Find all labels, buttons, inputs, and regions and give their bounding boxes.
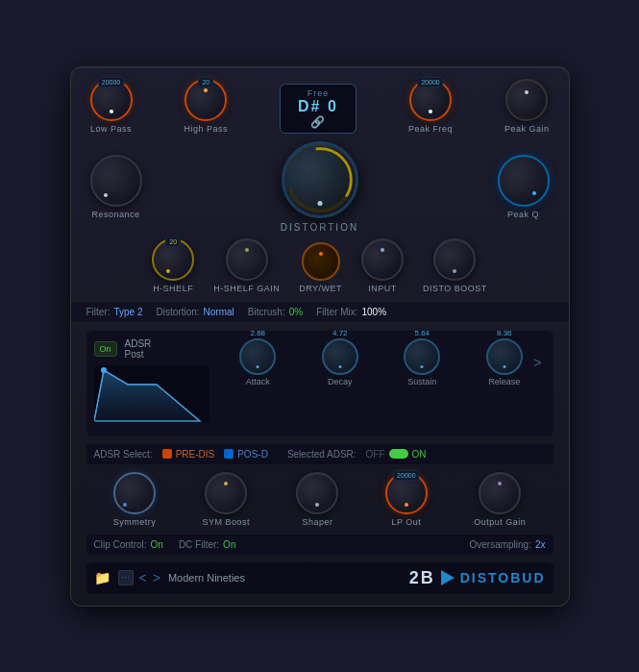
pos-d-toggle[interactable]: POS-D	[224, 449, 268, 460]
disto-boost-knob[interactable]	[433, 238, 476, 281]
adsr-off-label: OFF	[366, 449, 385, 460]
oversampling-val[interactable]: 2x	[535, 539, 546, 550]
dist-knob-row: 20 H-SHELF H-SHELF GAIN DRY/WET INPUT	[86, 238, 553, 293]
low-pass-group: 20000 Low Pass	[90, 79, 133, 134]
h-shelf-gain-label: H-SHELF GAIN	[213, 284, 280, 293]
decay-knob[interactable]: 4.72	[322, 338, 358, 375]
adsr-on-label: ON	[412, 449, 427, 460]
filter-type-item: Filter: Type 2	[86, 307, 143, 317]
grid-icon[interactable]: ⋯	[118, 570, 134, 585]
note-display: Free D# 0 🔗	[280, 84, 356, 134]
release-knob[interactable]: 8.36	[486, 338, 523, 375]
lp-out-group: 20000 LP Out	[385, 472, 428, 527]
distortion-val[interactable]: Normal	[204, 307, 234, 317]
attack-label: Attack	[246, 377, 270, 386]
peak-q-knob[interactable]	[498, 155, 550, 207]
footer: 📁 ⋯ < > Modern Nineties 2B DISTOBUD	[86, 562, 553, 594]
next-icon[interactable]: >	[153, 570, 160, 585]
bitcrush-val[interactable]: 0%	[289, 307, 303, 317]
clip-control-item: Clip Control: On	[94, 539, 163, 550]
sustain-label: Sustain	[407, 377, 436, 386]
lp-out-knob[interactable]: 20000	[385, 472, 428, 514]
filter-mix-val[interactable]: 100%	[361, 307, 386, 317]
peak-freq-knob[interactable]: 20000	[409, 79, 452, 121]
shaper-knob[interactable]	[296, 472, 338, 514]
folder-icon[interactable]: 📁	[94, 570, 111, 585]
h-shelf-label: H-SHELF	[153, 284, 193, 293]
peak-freq-label: Peak Freq	[408, 124, 453, 134]
adsr-on-button[interactable]: On	[94, 341, 117, 357]
adsr-knob-row: 2.68 Attack 4.72 Decay	[217, 338, 546, 386]
h-shelf-gain-group: H-SHELF GAIN	[213, 238, 280, 293]
output-gain-knob[interactable]	[479, 472, 521, 514]
input-knob[interactable]	[361, 238, 404, 281]
selected-adsr-val: OFF ON	[366, 449, 427, 460]
brand-play-icon	[441, 570, 455, 585]
decay-group: 4.72 Decay	[322, 338, 358, 386]
adsr-nav-arrow[interactable]: >	[533, 355, 541, 370]
distortion-knob[interactable]	[282, 141, 358, 218]
resonance-knob[interactable]	[90, 155, 142, 207]
peak-gain-knob[interactable]	[505, 79, 548, 121]
high-pass-group: 20 High Pass	[184, 79, 228, 134]
bitcrush-key: Bitcrush:	[248, 307, 285, 317]
prev-icon[interactable]: <	[139, 570, 147, 585]
filter-bar: Filter: Type 2 Distortion: Normal Bitcru…	[71, 301, 569, 323]
oversampling-key: Oversampling:	[469, 539, 530, 550]
footer-brand: 2B DISTOBUD	[409, 568, 546, 588]
high-pass-value: 20	[198, 77, 213, 87]
sustain-value: 5.64	[414, 329, 430, 337]
adsr-toggle[interactable]	[389, 449, 408, 459]
clip-control-val[interactable]: On	[151, 539, 163, 550]
adsr-title: ADSR	[125, 338, 152, 349]
low-pass-value: 20000	[98, 77, 124, 87]
distortion-block: DISTORTION	[142, 141, 498, 233]
sym-boost-label: SYM Boost	[203, 517, 251, 527]
display-mode: Free	[307, 88, 330, 98]
low-pass-knob[interactable]: 20000	[90, 79, 133, 121]
h-shelf-gain-knob[interactable]	[226, 238, 268, 281]
distortion-label: DISTORTION	[281, 222, 358, 233]
attack-knob[interactable]: 2.68	[239, 338, 276, 375]
dc-filter-val[interactable]: On	[223, 539, 235, 550]
peak-q-group: Peak Q	[498, 155, 550, 219]
pre-dis-dot	[162, 449, 172, 459]
peak-gain-group: Peak Gain	[504, 79, 550, 134]
output-gain-label: Output Gain	[474, 517, 526, 527]
distortion-type-item: Distortion: Normal	[157, 307, 234, 317]
status-bar: Clip Control: On DC Filter: On Oversampl…	[86, 535, 553, 555]
dry-wet-group: DRY/WET	[299, 242, 342, 293]
adsr-waveform	[94, 365, 209, 423]
pre-dis-toggle[interactable]: PRE-DIS	[162, 449, 215, 460]
plugin-container: 20000 Low Pass 20 High Pass Free D# 0 🔗 …	[70, 66, 570, 607]
h-shelf-knob[interactable]: 20	[152, 238, 194, 281]
dry-wet-knob[interactable]	[302, 242, 340, 281]
adsr-post: Post	[125, 349, 152, 360]
lp-out-label: LP Out	[391, 517, 421, 527]
symmetry-knob[interactable]	[113, 472, 156, 514]
dc-filter-key: DC Filter:	[179, 539, 219, 550]
sustain-knob[interactable]: 5.64	[404, 338, 440, 375]
filter-key: Filter:	[86, 307, 111, 317]
decay-value: 4.72	[332, 329, 348, 337]
resonance-group: Resonance	[90, 155, 142, 219]
adsr-select-row: ADSR Select: PRE-DIS POS-D Selected ADSR…	[86, 444, 553, 464]
high-pass-knob[interactable]: 20	[184, 79, 227, 121]
adsr-section: On ADSR Post	[86, 331, 553, 436]
h-shelf-group: 20 H-SHELF	[152, 238, 194, 293]
sustain-group: 5.64 Sustain	[404, 338, 440, 386]
brand-name: DISTOBUD	[460, 570, 546, 585]
bitcrush-item: Bitcrush: 0%	[248, 307, 303, 317]
link-icon[interactable]: 🔗	[310, 115, 325, 129]
disto-boost-label: DISTO BOOST	[423, 284, 487, 293]
peak-q-label: Peak Q	[507, 210, 539, 219]
low-pass-label: Low Pass	[90, 124, 132, 134]
filter-val[interactable]: Type 2	[114, 307, 143, 317]
release-label: Release	[488, 377, 520, 386]
dry-wet-label: DRY/WET	[299, 284, 342, 293]
disto-boost-group: DISTO BOOST	[423, 238, 487, 293]
pre-dis-label: PRE-DIS	[176, 449, 215, 460]
preset-name[interactable]: Modern Nineties	[168, 572, 245, 584]
sym-boost-knob[interactable]	[205, 472, 247, 514]
symmetry-group: Symmetry	[113, 472, 157, 527]
